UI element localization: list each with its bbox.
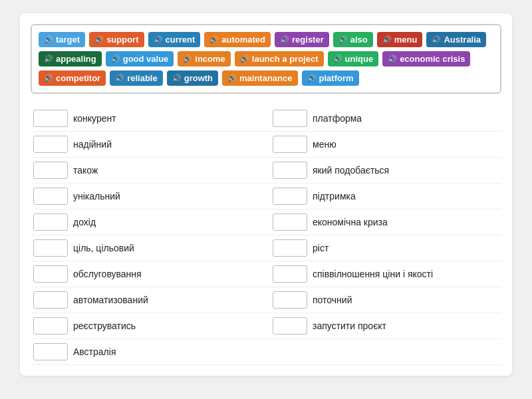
match-cell-right-7: поточний	[266, 287, 501, 313]
word-label-right-6: співвілношення ціни і якості	[313, 269, 433, 279]
word-label-left-3: унікальний	[73, 191, 120, 201]
chip-label: Australia	[444, 35, 481, 45]
word-chip-automated[interactable]: 🔊automated	[204, 32, 271, 47]
speaker-icon: 🔊	[227, 74, 237, 82]
word-chip-appealing[interactable]: 🔊appealing	[39, 51, 102, 66]
answer-box-left-1[interactable]	[33, 136, 68, 153]
match-cell-left-5: ціль, цільовий	[31, 235, 266, 261]
answer-box-right-4[interactable]	[273, 213, 307, 231]
match-cell-left-9: Австралія	[31, 339, 266, 365]
match-cell-left-7: автоматизований	[31, 287, 266, 313]
speaker-icon: 🔊	[111, 55, 120, 63]
speaker-icon: 🔊	[280, 35, 289, 44]
word-label-right-8: запустити проєкт	[313, 321, 386, 331]
answer-box-left-9[interactable]	[33, 343, 68, 360]
word-chip-support[interactable]: 🔊support	[89, 32, 144, 47]
speaker-icon: 🔊	[183, 55, 192, 63]
answer-box-right-1[interactable]	[273, 136, 307, 153]
word-chip-launch[interactable]: 🔊launch a project	[235, 51, 324, 66]
chip-label: target	[56, 35, 80, 45]
answer-box-right-3[interactable]	[273, 188, 307, 205]
word-chip-reliable[interactable]: 🔊reliable	[110, 70, 163, 86]
speaker-icon: 🔊	[44, 55, 53, 63]
speaker-icon: 🔊	[307, 74, 317, 82]
answer-box-left-0[interactable]	[33, 110, 68, 127]
word-label-left-5: ціль, цільовий	[73, 243, 134, 253]
speaker-icon: 🔊	[388, 55, 397, 63]
word-label-left-6: обслуговування	[73, 269, 142, 279]
speaker-icon: 🔊	[115, 74, 124, 82]
answer-box-right-6[interactable]	[273, 265, 307, 283]
word-chip-good_value[interactable]: 🔊good value	[106, 51, 174, 66]
word-label-right-2: який подобається	[313, 165, 389, 176]
chip-label: reliable	[127, 73, 158, 83]
answer-box-left-8[interactable]	[33, 317, 68, 334]
speaker-icon: 🔊	[172, 74, 182, 82]
speaker-icon: 🔊	[382, 35, 392, 44]
match-cell-right-2: який подобається	[266, 158, 501, 184]
word-chip-target[interactable]: 🔊target	[39, 32, 85, 47]
match-cell-left-6: обслуговування	[31, 261, 266, 287]
word-chip-platform[interactable]: 🔊platform	[302, 70, 359, 86]
answer-box-right-0[interactable]	[273, 110, 307, 127]
match-cell-right-9	[266, 339, 501, 365]
word-chip-Australia[interactable]: 🔊Australia	[426, 32, 486, 47]
speaker-icon: 🔊	[154, 35, 163, 44]
match-cell-right-1: меню	[266, 132, 501, 158]
chip-label: menu	[394, 35, 418, 45]
answer-box-right-8[interactable]	[273, 317, 307, 334]
chip-label: income	[195, 54, 225, 64]
word-chip-unique[interactable]: 🔊unique	[328, 51, 379, 66]
chip-label: good value	[123, 54, 169, 64]
answer-box-left-2[interactable]	[33, 162, 68, 179]
chip-label: platform	[319, 73, 354, 83]
answer-box-left-4[interactable]	[33, 213, 68, 231]
word-label-left-4: дохід	[73, 217, 96, 227]
speaker-icon: 🔊	[240, 55, 249, 63]
word-chip-income[interactable]: 🔊income	[178, 51, 231, 66]
word-chip-economic[interactable]: 🔊economic crisis	[382, 51, 470, 66]
word-label-left-7: автоматизований	[73, 295, 148, 305]
speaker-icon: 🔊	[432, 35, 441, 44]
chip-label: current	[166, 35, 196, 45]
word-label-right-5: ріст	[313, 243, 329, 253]
answer-box-right-7[interactable]	[273, 291, 307, 309]
chip-label: launch a project	[252, 54, 319, 64]
answer-box-left-5[interactable]	[33, 239, 68, 257]
match-cell-right-6: співвілношення ціни і якості	[266, 261, 501, 287]
chip-label: economic crisis	[400, 54, 465, 64]
match-cell-right-5: ріст	[266, 235, 501, 261]
word-chip-current[interactable]: 🔊current	[148, 32, 201, 47]
answer-box-right-5[interactable]	[273, 239, 307, 257]
chip-label: appealing	[56, 54, 96, 64]
speaker-icon: 🔊	[44, 35, 53, 44]
word-chip-also[interactable]: 🔊also	[333, 32, 373, 47]
word-chip-competitor[interactable]: 🔊competitor	[39, 70, 106, 86]
speaker-icon: 🔊	[94, 35, 104, 44]
word-label-left-9: Австралія	[73, 346, 116, 357]
match-cell-left-8: реєструватись	[31, 313, 266, 339]
match-cell-left-2: також	[31, 158, 266, 184]
answer-box-left-6[interactable]	[33, 265, 68, 283]
match-cell-left-3: унікальний	[31, 184, 266, 209]
chip-label: competitor	[56, 73, 100, 83]
word-chip-menu[interactable]: 🔊menu	[377, 32, 423, 47]
word-label-right-4: економічна криза	[313, 217, 388, 227]
chip-label: support	[106, 35, 138, 45]
speaker-icon: 🔊	[333, 55, 342, 63]
answer-box-left-7[interactable]	[33, 291, 68, 309]
chip-label: also	[350, 35, 368, 45]
chip-label: register	[292, 35, 324, 45]
word-chip-register[interactable]: 🔊register	[275, 32, 329, 47]
answer-box-right-2[interactable]	[273, 162, 307, 179]
word-label-right-1: меню	[313, 139, 336, 150]
match-table: конкурентплатформанадійнийменютакожякий …	[31, 106, 501, 365]
word-chip-growth[interactable]: 🔊growth	[167, 70, 218, 86]
chip-label: growth	[184, 73, 213, 83]
word-chip-maintanance[interactable]: 🔊maintanance	[222, 70, 297, 86]
chip-label: automated	[221, 35, 265, 45]
match-cell-right-3: підтримка	[266, 184, 501, 209]
answer-box-left-3[interactable]	[33, 188, 68, 205]
word-label-left-1: надійний	[73, 139, 112, 150]
word-label-left-2: також	[73, 165, 98, 176]
